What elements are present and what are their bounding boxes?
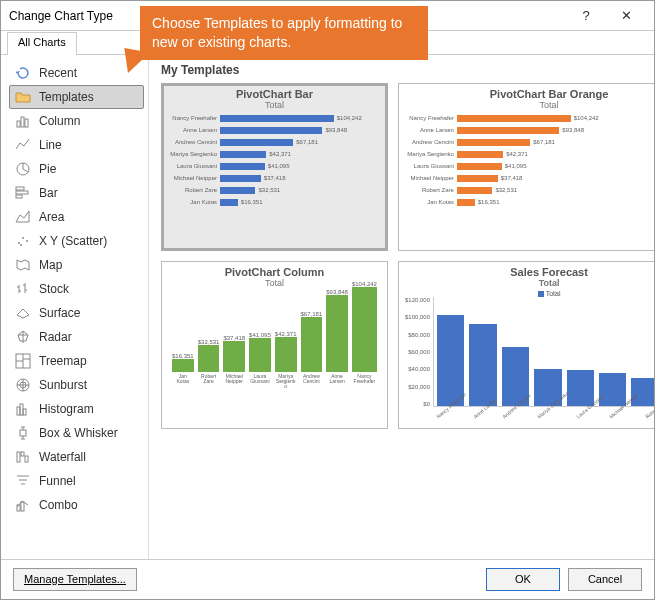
sidebar-item-funnel[interactable]: Funnel — [9, 469, 144, 493]
sidebar-item-histogram[interactable]: Histogram — [9, 397, 144, 421]
manage-templates-button[interactable]: Manage Templates... — [13, 568, 137, 591]
hbar-bar — [457, 151, 503, 158]
sidebar-item-waterfall[interactable]: Waterfall — [9, 445, 144, 469]
sidebar-item-label: X Y (Scatter) — [39, 234, 107, 248]
sidebar-item-surface[interactable]: Surface — [9, 301, 144, 325]
hbar-value: $93,848 — [559, 127, 584, 133]
help-button[interactable]: ? — [566, 8, 606, 23]
x-axis-labels: Nancy FreehaferAnne LarsenAndrew Cencini… — [405, 407, 654, 421]
sidebar-item-boxwhisker[interactable]: Box & Whisker — [9, 421, 144, 445]
chart-type-sidebar: Recent Templates Column Line Pie Bar — [1, 55, 149, 559]
template-thumb-pivotchart-bar[interactable]: PivotChart Bar Total Nancy Freehafer$104… — [161, 83, 388, 251]
sidebar-item-templates[interactable]: Templates — [9, 85, 144, 109]
ok-button[interactable]: OK — [486, 568, 560, 591]
vbar-category: Laura Giussani — [249, 374, 271, 390]
funnel-chart-icon — [15, 473, 31, 489]
hbar-row: Mariya Sergienko$42,371 — [405, 148, 654, 160]
hbar-bar — [457, 115, 571, 122]
y-tick: $100,000 — [405, 314, 430, 320]
sidebar-item-pie[interactable]: Pie — [9, 157, 144, 181]
sidebar-item-map[interactable]: Map — [9, 253, 144, 277]
svg-rect-1 — [21, 117, 24, 127]
svg-rect-20 — [25, 456, 28, 462]
hbar-bar — [457, 127, 559, 134]
forecast-bar — [469, 324, 496, 406]
boxwhisker-chart-icon — [15, 425, 31, 441]
y-axis: $120,000$100,000$80,000$60,000$40,000$20… — [405, 297, 433, 407]
hbar-value: $93,848 — [322, 127, 347, 133]
sidebar-item-sunburst[interactable]: Sunburst — [9, 373, 144, 397]
hbar-value: $32,531 — [492, 187, 517, 193]
sidebar-item-stock[interactable]: Stock — [9, 277, 144, 301]
sidebar-item-label: Line — [39, 138, 62, 152]
hbar-category: Jan Kotas — [405, 199, 457, 205]
hbar-value: $42,371 — [503, 151, 528, 157]
vbar-category: Mariya Sergienko — [275, 374, 297, 390]
section-title: My Templates — [161, 63, 642, 77]
svg-rect-17 — [20, 430, 26, 436]
vbar-bar — [198, 345, 220, 372]
sidebar-item-label: Stock — [39, 282, 69, 296]
radar-chart-icon — [15, 329, 31, 345]
y-tick: $60,000 — [405, 349, 430, 355]
hbar-row: Laura Giussani$41,095 — [405, 160, 654, 172]
waterfall-chart-icon — [15, 449, 31, 465]
vbar-category: Anne Larsen — [326, 374, 348, 390]
sidebar-item-label: Pie — [39, 162, 56, 176]
close-button[interactable]: ✕ — [606, 8, 646, 23]
sidebar-item-treemap[interactable]: Treemap — [9, 349, 144, 373]
histogram-chart-icon — [15, 401, 31, 417]
area-chart-icon — [15, 209, 31, 225]
hbar-row: Michael Neipper$37,418 — [168, 172, 381, 184]
line-chart-icon — [15, 137, 31, 153]
svg-point-7 — [18, 242, 20, 244]
vbar-bar — [172, 359, 194, 372]
hbar-category: Mariya Sergienko — [168, 151, 220, 157]
sidebar-item-bar[interactable]: Bar — [9, 181, 144, 205]
sidebar-item-line[interactable]: Line — [9, 133, 144, 157]
hbar-bar — [220, 163, 265, 170]
dialog-footer: Manage Templates... OK Cancel — [1, 559, 654, 599]
svg-rect-19 — [21, 452, 24, 456]
thumb-title: PivotChart Column — [168, 266, 381, 278]
hbar-row: Nancy Freehafer$104,242 — [405, 112, 654, 124]
bar-chart-icon — [15, 185, 31, 201]
sidebar-item-label: Funnel — [39, 474, 76, 488]
treemap-chart-icon — [15, 353, 31, 369]
sidebar-item-scatter[interactable]: X Y (Scatter) — [9, 229, 144, 253]
hbar-value: $37,418 — [261, 175, 286, 181]
stock-chart-icon — [15, 281, 31, 297]
vbar-category: Jan Kotas — [172, 374, 194, 390]
sidebar-item-area[interactable]: Area — [9, 205, 144, 229]
hbar-category: Laura Giussani — [168, 163, 220, 169]
y-tick: $120,000 — [405, 297, 430, 303]
y-tick: $80,000 — [405, 332, 430, 338]
hbar-row: Jan Kotas$16,351 — [405, 196, 654, 208]
hbar-category: Nancy Freehafer — [405, 115, 457, 121]
template-thumb-pivotchart-column[interactable]: PivotChart Column Total $16,351Jan Kotas… — [161, 261, 388, 429]
sidebar-item-column[interactable]: Column — [9, 109, 144, 133]
cancel-button[interactable]: Cancel — [568, 568, 642, 591]
tab-all-charts[interactable]: All Charts — [7, 32, 77, 55]
svg-rect-0 — [17, 121, 20, 127]
hbar-value: $104,242 — [571, 115, 599, 121]
hbar-value: $41,095 — [502, 163, 527, 169]
folder-icon — [15, 89, 31, 105]
sidebar-item-label: Surface — [39, 306, 80, 320]
template-thumb-sales-forecast[interactable]: Sales Forecast Total Total $120,000$100,… — [398, 261, 654, 429]
sidebar-item-combo[interactable]: Combo — [9, 493, 144, 517]
hbar-row: Andrew Cencini$67,181 — [168, 136, 381, 148]
hbar-category: Michael Neipper — [405, 175, 457, 181]
sidebar-item-radar[interactable]: Radar — [9, 325, 144, 349]
scatter-chart-icon — [15, 233, 31, 249]
vbar-column: $67,181Andrew Cencini — [301, 311, 323, 390]
hbar-bar — [457, 199, 475, 206]
template-thumb-pivotchart-bar-orange[interactable]: PivotChart Bar Orange Total Nancy Freeha… — [398, 83, 654, 251]
hbar-row: Nancy Freehafer$104,242 — [168, 112, 381, 124]
sidebar-item-label: Histogram — [39, 402, 94, 416]
hbar-bar — [220, 127, 322, 134]
vbar-category: Michael Neipper — [223, 374, 245, 390]
hbar-row: Robert Zare$32,531 — [168, 184, 381, 196]
change-chart-type-dialog: Change Chart Type ? ✕ Choose Templates t… — [0, 0, 655, 600]
forecast-bars — [433, 297, 654, 407]
